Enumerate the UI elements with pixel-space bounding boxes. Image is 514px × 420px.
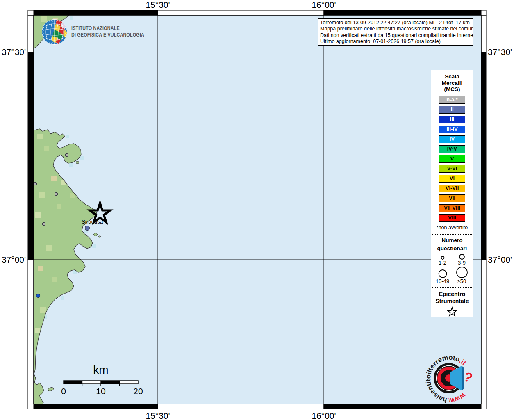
legend-title-line1: Scala — [431, 73, 473, 80]
event-info-line3: Dati non verificati estratti da 15 quest… — [320, 32, 471, 39]
intensity-dot-na — [34, 183, 37, 185]
epicenter-title-line1: Epicentro — [431, 291, 473, 298]
questionnaire-size-label: 10-49 — [433, 278, 452, 284]
legend-class-item: V — [439, 155, 465, 163]
legend-class-item: VI-VII — [439, 185, 465, 192]
legend-class-item: III — [439, 116, 465, 123]
questionnaire-circle-icon — [436, 266, 450, 278]
questionnaires-title-line2: questionari — [431, 244, 473, 253]
city-label-siracusa: Siracusa — [75, 219, 110, 225]
questionnaire-size-item: 10-49 — [433, 266, 452, 284]
questionnaire-size-label: 3-9 — [452, 260, 471, 265]
map-page: ? www.haisentitoilterremoto.it 15°30' 16… — [0, 0, 514, 420]
legend-title: Scala Mercalli (MCS) — [431, 70, 473, 93]
event-info-line2: Mappa preliminare delle intensità macros… — [320, 26, 471, 32]
questionnaire-size-key: 1-23-910-49≥50 — [431, 253, 473, 284]
legend-title-line2: Mercalli — [431, 80, 473, 87]
legend-class-item: VIII — [439, 214, 465, 222]
legend-class-item: n.a.* — [439, 96, 465, 104]
axis-bottom-right-label: 16°00' — [305, 411, 342, 420]
axis-right-top-label: 37°30' — [488, 48, 512, 57]
questionnaire-size-item: ≥50 — [452, 266, 471, 284]
intensity-dot-III — [36, 294, 40, 298]
event-info-box: Terremoto del 13-09-2012 22:47:27 (ora l… — [318, 18, 473, 46]
scale-tick-0: 0 — [51, 386, 76, 396]
ingv-wordmark: ISTITUTO NAZIONALE DI GEOFISICA E VULCAN… — [71, 25, 144, 38]
intensity-dot-II — [85, 226, 90, 231]
intensity-dot-na — [66, 154, 68, 157]
axis-right-bottom-label: 37°00' — [488, 255, 512, 264]
sea — [34, 15, 481, 404]
legend-panel: Scala Mercalli (MCS) n.a.*IIIIIIII-IVIVI… — [431, 70, 473, 317]
legend-class-item: VII — [439, 194, 465, 202]
legend-class-item: IV-V — [439, 145, 465, 153]
scale-bar-title: km — [80, 363, 121, 377]
legend-class-item: VII-VIII — [439, 204, 465, 212]
questionnaires-title: Numero questionari — [431, 235, 473, 253]
questionnaires-title-line1: Numero — [431, 236, 473, 244]
intensity-dot-na — [43, 223, 45, 226]
axis-top-right-label: 16°00' — [305, 0, 342, 9]
axis-bottom-left-label: 15°30' — [139, 411, 176, 420]
questionnaire-size-label: ≥50 — [452, 278, 471, 284]
legend-class-item: VI — [439, 175, 465, 183]
epicenter-key-star-icon — [444, 306, 460, 319]
legend-intensity-classes: n.a.*IIIIIIII-IVIVIV-VVV-VIVIVI-VIIVIIVI… — [431, 96, 473, 222]
event-info-line4: Ultimo aggiornamento: 07-01-2026 19:57 (… — [320, 39, 471, 45]
questionnaire-circle-icon — [455, 253, 469, 260]
legend-class-item: V-VI — [439, 165, 465, 173]
axis-top-left-label: 15°30' — [139, 0, 176, 9]
ingv-logo — [42, 19, 67, 45]
questionnaire-circle-icon — [436, 253, 450, 260]
axis-left-top-label: 37°30' — [0, 48, 26, 57]
legend-class-item: IV — [439, 135, 465, 143]
ingv-line2: DI GEOFISICA E VULCANOLOGIA — [71, 32, 144, 38]
epicenter-title-line2: Strumentale — [431, 298, 473, 305]
scale-tick-20: 20 — [126, 386, 150, 396]
legend-title-line3: (MCS) — [431, 86, 473, 93]
scale-tick-10: 10 — [89, 386, 113, 396]
axis-left-bottom-label: 37°00' — [0, 255, 26, 264]
legend-class-item: II — [439, 106, 465, 114]
legend-footnote: *non avvertito — [431, 225, 473, 231]
questionnaire-size-label: 1-2 — [433, 260, 452, 265]
epicenter-key-title: Epicentro Strumentale — [431, 288, 473, 305]
ingv-line1: ISTITUTO NAZIONALE — [71, 25, 144, 32]
questionnaire-circle-icon — [455, 266, 469, 278]
intensity-dot-na — [55, 193, 58, 196]
legend-class-item: III-IV — [439, 126, 465, 133]
event-info-line1: Terremoto del 13-09-2012 22:47:27 (ora l… — [320, 20, 471, 26]
questionnaire-size-item: 3-9 — [452, 253, 471, 265]
questionnaire-size-item: 1-2 — [433, 253, 452, 265]
